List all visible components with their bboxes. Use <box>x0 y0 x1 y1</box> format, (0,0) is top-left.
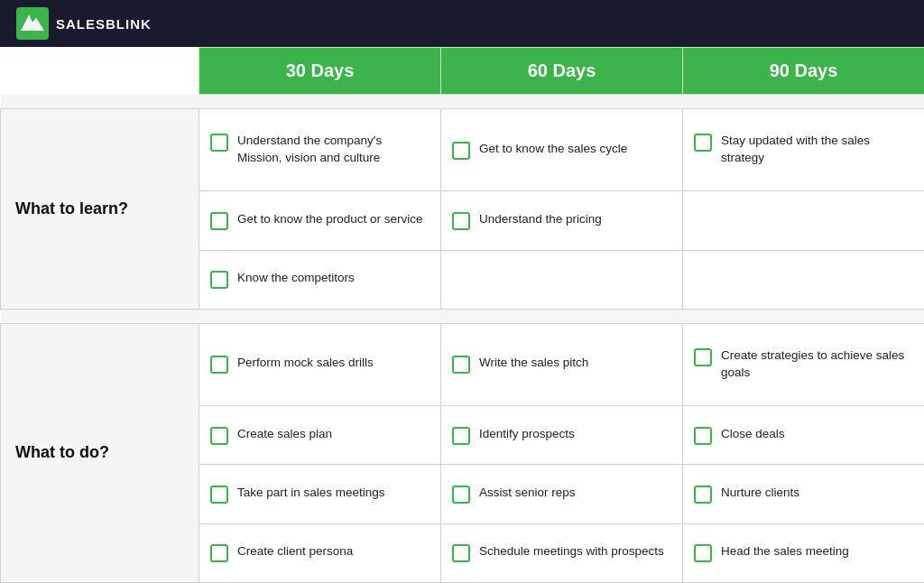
checkbox-icon[interactable] <box>210 212 228 230</box>
cell-text: Get to know the sales cycle <box>479 141 627 158</box>
cell-do-2-30: Take part in sales meetings <box>199 465 441 523</box>
checkbox-icon[interactable] <box>694 427 712 445</box>
checkbox-icon[interactable] <box>452 212 470 230</box>
cell-do-3-30: Create client persona <box>199 523 441 582</box>
cell-do-0-30: Perform mock sales drills <box>199 323 441 405</box>
cell-do-1-60: Identify prospects <box>441 406 683 465</box>
checkbox-icon[interactable] <box>210 544 228 562</box>
col-90-header: 90 Days <box>683 48 925 95</box>
checkbox-icon[interactable] <box>210 356 228 374</box>
cell-empty-learn-2-90 <box>683 250 925 309</box>
col-30-header: 30 Days <box>199 48 441 95</box>
cell-learn-2-30: Know the competitors <box>199 250 441 309</box>
cell-do-0-60: Write the sales pitch <box>441 323 683 405</box>
cell-learn-0-60: Get to know the sales cycle <box>441 109 683 191</box>
salesblink-logo-icon <box>16 7 49 40</box>
cell-text: Identify prospects <box>479 426 575 443</box>
checkbox-icon[interactable] <box>694 544 712 562</box>
cell-text: Assist senior reps <box>479 485 576 502</box>
cell-text: Understand the pricing <box>479 211 602 228</box>
cell-empty-learn-2-60 <box>441 250 683 309</box>
checkbox-icon[interactable] <box>210 486 228 504</box>
cell-text: Schedule meetings with prospects <box>479 543 664 560</box>
col-label-header <box>1 48 199 95</box>
header: SALESBLINK <box>0 0 924 47</box>
cell-learn-0-30: Understand the company's Mission, vision… <box>199 109 441 191</box>
checkbox-icon[interactable] <box>694 134 712 152</box>
cell-text: Stay updated with the sales strategy <box>721 133 913 167</box>
cell-text: Take part in sales meetings <box>237 485 385 502</box>
main-table: 30 Days 60 Days 90 Days What to learn?Un… <box>0 47 924 583</box>
cell-do-0-90: Create strategies to achieve sales goals <box>683 323 925 405</box>
cell-text: Create sales plan <box>237 426 332 443</box>
checkbox-icon[interactable] <box>452 544 470 562</box>
checkbox-icon[interactable] <box>452 142 470 160</box>
cell-do-3-90: Head the sales meeting <box>683 523 925 582</box>
cell-do-1-90: Close deals <box>683 406 925 465</box>
cell-text: Get to know the product or service <box>237 211 423 228</box>
cell-text: Create client persona <box>237 543 353 560</box>
cell-text: Perform mock sales drills <box>237 355 374 372</box>
col-60-header: 60 Days <box>441 48 683 95</box>
cell-text: Head the sales meeting <box>721 543 849 560</box>
cell-do-3-60: Schedule meetings with prospects <box>441 523 683 582</box>
cell-text: Understand the company's Mission, vision… <box>237 133 430 167</box>
cell-do-2-60: Assist senior reps <box>441 465 683 523</box>
cell-learn-1-60: Understand the pricing <box>441 191 683 250</box>
logo-area: SALESBLINK <box>16 7 152 40</box>
cell-do-1-30: Create sales plan <box>199 406 441 465</box>
checkbox-icon[interactable] <box>694 348 712 366</box>
table-row: What to learn?Understand the company's M… <box>1 109 925 191</box>
table-row: What to do?Perform mock sales drillsWrit… <box>1 323 925 405</box>
checkbox-icon[interactable] <box>452 427 470 445</box>
checkbox-icon[interactable] <box>210 134 228 152</box>
page-wrapper: SALESBLINK 30 Days 60 Days 90 Days What … <box>0 0 924 583</box>
checkbox-icon[interactable] <box>694 486 712 504</box>
cell-learn-1-30: Get to know the product or service <box>199 191 441 250</box>
section-label-do: What to do? <box>1 323 199 582</box>
cell-text: Know the competitors <box>237 270 355 287</box>
cell-text: Write the sales pitch <box>479 355 588 372</box>
section-label-learn: What to learn? <box>1 109 199 310</box>
cell-empty-learn-1-90 <box>683 191 925 250</box>
checkbox-icon[interactable] <box>210 271 228 289</box>
cell-learn-0-90: Stay updated with the sales strategy <box>683 109 925 191</box>
cell-text: Close deals <box>721 426 785 443</box>
checkbox-icon[interactable] <box>210 427 228 445</box>
logo-text: SALESBLINK <box>56 16 152 32</box>
cell-text: Create strategies to achieve sales goals <box>721 347 913 382</box>
cell-do-2-90: Nurture clients <box>683 465 925 523</box>
checkbox-icon[interactable] <box>452 356 470 374</box>
main-table-wrapper: 30 Days 60 Days 90 Days What to learn?Un… <box>0 47 924 583</box>
checkbox-icon[interactable] <box>452 486 470 504</box>
cell-text: Nurture clients <box>721 485 799 502</box>
